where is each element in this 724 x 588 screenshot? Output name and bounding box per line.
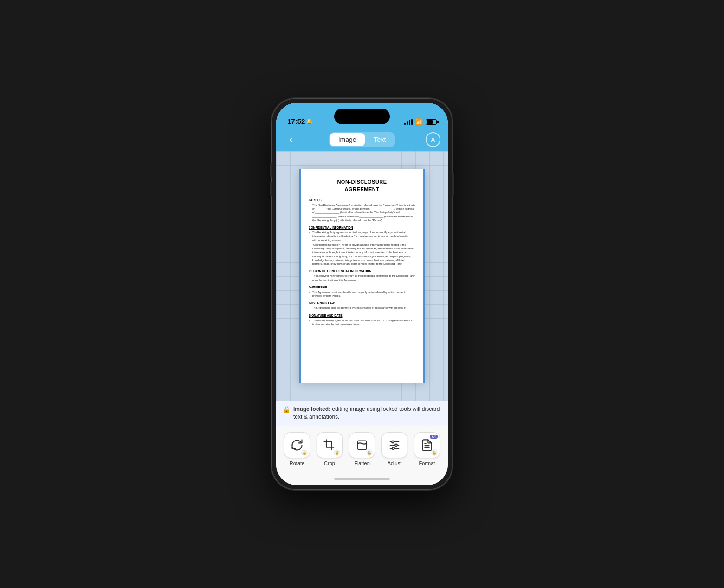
home-indicator xyxy=(276,472,448,485)
flatten-lock-badge: 🔒 xyxy=(366,449,373,456)
flatten-label: Flatten xyxy=(354,460,370,466)
phone-screen: 17:52 🔔 📶 ‹ Image Text xyxy=(276,103,448,485)
nav-tabs: Image Text xyxy=(329,132,395,147)
flatten-tool[interactable]: 🔒 Flatten xyxy=(349,432,375,466)
format-icon-wrap: A4 🔒 xyxy=(414,432,440,458)
notification-icon: 🔔 xyxy=(306,118,313,124)
rotate-label: Rotate xyxy=(290,460,304,466)
format-tool[interactable]: A4 🔒 Format xyxy=(414,432,440,466)
vol-up-button[interactable] xyxy=(270,163,272,177)
crop-icon-wrap: 🔒 xyxy=(317,432,343,458)
svg-point-4 xyxy=(392,441,394,443)
user-button[interactable]: A xyxy=(426,132,440,147)
section-parties-text: This Non-Disclosure Agreement (hereinaft… xyxy=(309,203,415,222)
tab-image[interactable]: Image xyxy=(330,133,365,146)
phone-frame: 17:52 🔔 📶 ‹ Image Text xyxy=(272,98,452,490)
adjust-icon xyxy=(388,439,401,452)
crop-label: Crop xyxy=(324,460,335,466)
rotate-lock-badge: 🔒 xyxy=(301,449,308,456)
main-content: NON-DISCLOSUREAGREEMENT PARTIES This Non… xyxy=(276,151,448,401)
svg-rect-0 xyxy=(358,441,367,450)
crop-lock-badge: 🔒 xyxy=(334,449,340,456)
warning-banner: 🔒 Image locked: editing image using lock… xyxy=(276,401,448,426)
nav-bar: ‹ Image Text A xyxy=(276,128,448,151)
section-ownership-text: This Agreement is not transferable and m… xyxy=(309,290,415,298)
svg-point-6 xyxy=(392,447,394,450)
document-title: NON-DISCLOSUREAGREEMENT xyxy=(309,179,415,193)
section-governing-text: This Agreement shall be governed by and … xyxy=(309,306,415,310)
crop-tool[interactable]: 🔒 Crop xyxy=(316,432,343,466)
format-lock-badge: 🔒 xyxy=(431,449,438,456)
format-icon xyxy=(420,439,433,452)
warning-bold-text: Image locked: xyxy=(293,406,330,412)
section-confidential-text-1: The Receiving Party agrees not to disclo… xyxy=(309,230,415,242)
home-bar xyxy=(334,478,390,480)
section-confidential-text-2: "Confidential information" refers to any… xyxy=(309,243,415,266)
document-preview: NON-DISCLOSUREAGREEMENT PARTIES This Non… xyxy=(299,169,425,383)
signal-icon xyxy=(404,119,413,125)
svg-point-5 xyxy=(395,444,397,447)
crop-icon xyxy=(323,439,336,452)
back-button[interactable]: ‹ xyxy=(284,134,298,146)
section-governing-title: GOVERNING LAW xyxy=(309,301,415,305)
vol-down-button[interactable] xyxy=(270,182,272,196)
section-return-text: The Receiving Party agrees to return all… xyxy=(309,274,415,282)
rotate-icon xyxy=(291,439,304,452)
toolbar: 🔒 Rotate 🔒 Crop xyxy=(276,426,448,472)
warning-text: Image locked: editing image using locked… xyxy=(293,405,441,421)
wifi-icon: 📶 xyxy=(415,118,423,125)
tab-text[interactable]: Text xyxy=(366,133,394,146)
status-icons: 📶 xyxy=(404,118,437,125)
section-signature-title: SIGNATURE AND DATE xyxy=(309,314,415,317)
section-return-title: RETURN OF CONFIDENTIAL INFORMATION xyxy=(309,269,415,273)
lock-warning-icon: 🔒 xyxy=(283,406,291,413)
adjust-label: Adjust xyxy=(388,460,402,466)
flatten-icon-wrap: 🔒 xyxy=(349,432,375,458)
rotate-icon-wrap: 🔒 xyxy=(284,432,310,458)
section-parties-title: PARTIES xyxy=(309,198,415,202)
a4-badge: A4 xyxy=(430,435,438,439)
battery-icon xyxy=(426,119,437,125)
adjust-icon-wrap xyxy=(381,432,407,458)
power-button[interactable] xyxy=(452,173,454,196)
section-ownership-title: OWNERSHIP xyxy=(309,286,415,289)
section-confidential-title: CONFIDENTIAL INFORMATION xyxy=(309,226,415,229)
flatten-icon xyxy=(356,439,368,452)
format-label: Format xyxy=(419,460,435,466)
adjust-tool[interactable]: Adjust xyxy=(381,432,408,466)
section-signature-text: The Parties hereby agree to the terms an… xyxy=(309,319,415,326)
rotate-tool[interactable]: 🔒 Rotate xyxy=(284,432,310,466)
time-display: 17:52 xyxy=(287,117,305,125)
dynamic-island xyxy=(334,109,390,124)
status-time: 17:52 🔔 xyxy=(287,117,313,125)
